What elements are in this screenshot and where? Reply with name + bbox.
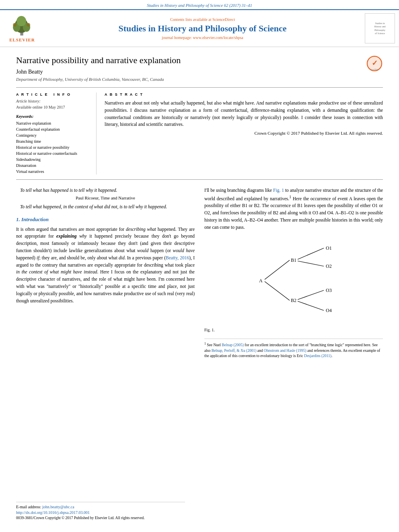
journal-header: ELSEVIER Contents lists available at Sci… — [0, 9, 399, 47]
abstract-title: A B S T R A C T — [105, 92, 383, 97]
keyword-6: Sideshadowing — [16, 156, 90, 162]
svg-text:O3: O3 — [326, 288, 332, 293]
article-title: Narrative possibility and narrative expl… — [16, 55, 383, 66]
svg-text:O4: O4 — [326, 308, 332, 313]
abstract-text: Narratives are about not only what actua… — [105, 100, 383, 128]
article-history-label: Article history: — [16, 99, 90, 103]
author-name: John Beatty — [16, 69, 383, 75]
keyword-7: Disnarration — [16, 162, 90, 168]
svg-line-20 — [298, 301, 324, 310]
journal-logo-right: Studies inHistory andPhilosophyof Scienc… — [365, 13, 395, 43]
keyword-0: Narrative explanation — [16, 120, 90, 126]
keyword-8: Virtual narratives — [16, 168, 90, 175]
elsevier-logo: ELSEVIER — [4, 14, 40, 42]
svg-point-6 — [27, 23, 30, 27]
svg-text:CrossMark: CrossMark — [370, 68, 379, 70]
elsevier-brand: ELSEVIER — [9, 37, 35, 42]
homepage-text: journal homepage: www.elsevier.com/locat… — [162, 35, 243, 40]
section1-heading: 1. Introduction — [16, 216, 195, 223]
svg-text:O1: O1 — [326, 245, 332, 251]
epigraph-source: Paul Ricoeur, Time and Narrative — [20, 195, 191, 200]
svg-point-4 — [16, 16, 26, 27]
journal-homepage: journal homepage: www.elsevier.com/locat… — [44, 35, 361, 40]
main-content: ✓ CrossMark Narrative possibility and na… — [0, 47, 399, 367]
epigraph: To tell what has happened is to tell why… — [16, 187, 195, 211]
svg-text:O2: O2 — [326, 263, 332, 269]
keyword-4: Historical or narrative possibility — [16, 144, 90, 150]
svg-line-19 — [298, 290, 324, 300]
svg-text:B2: B2 — [291, 298, 296, 303]
info-abstract-row: A R T I C L E I N F O Article history: A… — [16, 87, 383, 180]
right-column: I'll be using branching diagrams like Fi… — [204, 187, 383, 359]
keyword-2: Contingency — [16, 132, 90, 138]
page: Studies in History and Philosophy of Sci… — [0, 0, 399, 532]
journal-center: Contents lists available at ScienceDirec… — [44, 17, 361, 40]
article-info: A R T I C L E I N F O Article history: A… — [16, 92, 97, 175]
email-link[interactable]: john.beatty@ubc.ca — [42, 505, 74, 509]
elsevier-tree-icon — [6, 14, 38, 37]
top-citation: Studies in History and Philosophy of Sci… — [0, 0, 399, 9]
email-label-text: E-mail address: — [16, 505, 41, 509]
epigraph-quote2: To tell what happened, in the context of… — [20, 203, 191, 210]
article-info-title: A R T I C L E I N F O — [16, 92, 90, 97]
footnote-area: 1 See Nuel Belnap (2005) for an excellen… — [204, 339, 383, 359]
svg-text:✓: ✓ — [372, 59, 378, 67]
sciencedirect-link: Contents lists available at ScienceDirec… — [44, 17, 361, 22]
available-online: Available online 10 May 2017 — [16, 105, 90, 109]
abstract-section: A B S T R A C T Narratives are about not… — [97, 92, 383, 175]
svg-point-5 — [13, 23, 16, 27]
svg-line-18 — [298, 261, 324, 266]
svg-text:A: A — [259, 278, 263, 283]
body-columns: To tell what has happened is to tell why… — [16, 187, 383, 359]
section1-text: It is often argued that narratives are m… — [16, 226, 195, 305]
affiliation: Department of Philosophy, University of … — [16, 77, 383, 82]
svg-line-17 — [298, 248, 324, 259]
footnote-text: 1 See Nuel Belnap (2005) for an excellen… — [204, 341, 383, 359]
keywords-label: Keywords: — [16, 114, 90, 119]
history-label: Article history: — [16, 99, 41, 103]
keyword-1: Counterfactual explanation — [16, 126, 90, 132]
svg-line-13 — [265, 260, 290, 279]
keyword-3: Branching time — [16, 138, 90, 144]
copyright-bottom: 0039-3681/Crown Copyright © 2017 Publish… — [16, 516, 185, 520]
left-column: To tell what has happened is to tell why… — [16, 187, 195, 359]
keywords-list: Narrative explanation Counterfactual exp… — [16, 120, 90, 175]
crossmark-icon: ✓ CrossMark — [366, 55, 383, 72]
citation-text: Studies in History and Philosophy of Sci… — [147, 3, 252, 8]
doi-link[interactable]: http://dx.doi.org/10.1016/j.shpsa.2017.0… — [16, 510, 185, 515]
right-intro-text: I'll be using branching diagrams like Fi… — [204, 187, 383, 231]
figure-container: A B1 B2 — [204, 236, 383, 332]
abstract-copyright: Crown Copyright © 2017 Published by Else… — [105, 131, 383, 136]
figure-caption: Fig. 1. — [204, 328, 383, 332]
sciencedirect-text[interactable]: ScienceDirect — [212, 17, 235, 22]
svg-line-14 — [265, 281, 290, 300]
email-label: E-mail address: john.beatty@ubc.ca — [16, 505, 185, 509]
journal-title-header: Studies in History and Philosophy of Sci… — [44, 23, 361, 34]
figure-1: A B1 B2 — [237, 236, 350, 325]
keyword-5: Historical or narrative counterfactuals — [16, 150, 90, 156]
contents-text: Contents lists available at — [170, 17, 211, 22]
svg-text:B1: B1 — [291, 257, 296, 263]
bottom-left: E-mail address: john.beatty@ubc.ca http:… — [16, 502, 185, 520]
epigraph-quote1: To tell what has happened is to tell why… — [20, 187, 191, 194]
